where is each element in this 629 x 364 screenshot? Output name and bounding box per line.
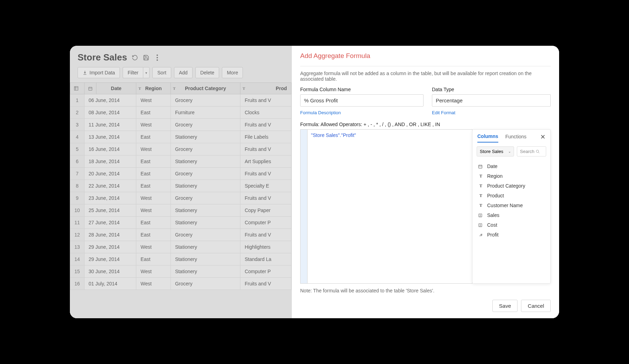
cell-product[interactable]: Fruits and V	[240, 192, 291, 204]
add-button[interactable]: Add	[174, 67, 193, 78]
column-item[interactable]: Date	[472, 161, 550, 171]
column-item[interactable]: TProduct Category	[472, 181, 550, 191]
cell-region[interactable]: East	[136, 131, 171, 143]
tab-functions[interactable]: Functions	[505, 134, 527, 142]
cell-category[interactable]: Stationery	[171, 155, 240, 168]
close-icon[interactable]: ✕	[540, 133, 545, 143]
cell-category[interactable]: Grocery	[171, 192, 240, 204]
cell-date[interactable]: 22 June, 2014	[84, 180, 136, 192]
cell-product[interactable]: Specialty E	[240, 180, 291, 192]
save-button[interactable]: Save	[492, 300, 518, 312]
cell-date[interactable]: 20 June, 2014	[84, 168, 136, 180]
table-corner[interactable]	[70, 83, 85, 94]
sort-button[interactable]: Sort	[152, 67, 171, 78]
table-row[interactable]: 516 June, 2014WestGroceryFruits and V	[70, 143, 291, 155]
table-row[interactable]: 106 June, 2014WestGroceryFruits and V	[70, 94, 291, 107]
cell-category[interactable]: Grocery	[171, 278, 240, 290]
table-row[interactable]: 618 June, 2014EastStationeryArt Supplies	[70, 155, 291, 168]
cell-category[interactable]: Stationery	[171, 253, 240, 265]
column-item[interactable]: .#Profit	[472, 230, 550, 240]
cell-category[interactable]: Stationery	[171, 204, 240, 217]
cell-date[interactable]: 30 June, 2014	[84, 265, 136, 278]
more-button[interactable]: More	[222, 67, 243, 78]
more-icon[interactable]	[154, 54, 161, 61]
cell-category[interactable]: Stationery	[171, 241, 240, 253]
cell-category[interactable]: Stationery	[171, 180, 240, 192]
cell-region[interactable]: West	[136, 204, 171, 217]
cancel-button[interactable]: Cancel	[521, 300, 551, 312]
cell-category[interactable]: Furniture	[171, 107, 240, 119]
col-header-product[interactable]: TProd	[240, 83, 291, 94]
formula-description-link[interactable]: Formula Description	[300, 110, 424, 115]
delete-button[interactable]: Delete	[195, 67, 219, 78]
table-row[interactable]: 1228 June, 2014EastGroceryFruits and V	[70, 229, 291, 241]
column-item[interactable]: TProduct	[472, 191, 550, 201]
cell-product[interactable]: Computer P	[240, 265, 291, 278]
cell-region[interactable]: East	[136, 155, 171, 168]
cell-region[interactable]: West	[136, 119, 171, 131]
table-row[interactable]: 1530 June, 2014WestStationeryComputer P	[70, 265, 291, 278]
table-row[interactable]: 208 June, 2014EastFurnitureClocks	[70, 107, 291, 119]
column-search-input[interactable]: Search	[517, 146, 546, 156]
cell-region[interactable]: West	[136, 265, 171, 278]
cell-date[interactable]: 13 June, 2014	[84, 131, 136, 143]
cell-region[interactable]: West	[136, 143, 171, 155]
cell-region[interactable]: East	[136, 168, 171, 180]
table-row[interactable]: 1429 June, 2014EastStationeryStandard La	[70, 253, 291, 265]
cell-category[interactable]: Grocery	[171, 143, 240, 155]
cell-product[interactable]: Highlighters	[240, 241, 291, 253]
cell-product[interactable]: Fruits and V	[240, 94, 291, 107]
table-row[interactable]: 1127 June, 2014EastStationeryComputer P	[70, 217, 291, 229]
cell-date[interactable]: 27 June, 2014	[84, 217, 136, 229]
formula-content[interactable]: "Store Sales"."Profit"	[308, 130, 472, 283]
cell-product[interactable]: Fruits and V	[240, 143, 291, 155]
cell-product[interactable]: Fruits and V	[240, 229, 291, 241]
column-item[interactable]: TRegion	[472, 171, 550, 181]
cell-region[interactable]: West	[136, 94, 171, 107]
table-row[interactable]: 1601 July, 2014WestGroceryFruits and V	[70, 278, 291, 290]
cell-region[interactable]: West	[136, 241, 171, 253]
cell-region[interactable]: East	[136, 253, 171, 265]
cell-product[interactable]: Copy Paper	[240, 204, 291, 217]
cell-product[interactable]: Fruits and V	[240, 119, 291, 131]
cell-date[interactable]: 11 June, 2014	[84, 119, 136, 131]
table-row[interactable]: 311 June, 2014WestGroceryFruits and V	[70, 119, 291, 131]
cell-product[interactable]: File Labels	[240, 131, 291, 143]
cell-region[interactable]: East	[136, 217, 171, 229]
column-item[interactable]: TCustomer Name	[472, 201, 550, 210]
table-select[interactable]: Store Sales ⌄	[477, 146, 514, 156]
table-row[interactable]: 413 June, 2014EastStationeryFile Labels	[70, 131, 291, 143]
cell-date[interactable]: 06 June, 2014	[84, 94, 136, 107]
cell-region[interactable]: East	[136, 229, 171, 241]
cell-product[interactable]: Art Supplies	[240, 155, 291, 168]
import-data-button[interactable]: Import Data	[78, 67, 120, 78]
cell-region[interactable]: East	[136, 107, 171, 119]
edit-format-link[interactable]: Edit Format	[432, 110, 551, 115]
data-type-select[interactable]	[432, 94, 551, 107]
cell-category[interactable]: Stationery	[171, 265, 240, 278]
cell-region[interactable]: East	[136, 180, 171, 192]
data-table[interactable]: Date TRegion TProduct Category TProd 106…	[70, 82, 291, 290]
cell-date[interactable]: 29 June, 2014	[84, 241, 136, 253]
column-item[interactable]: Cost	[472, 220, 550, 230]
refresh-icon[interactable]	[131, 54, 138, 61]
cell-date[interactable]: 01 July, 2014	[84, 278, 136, 290]
cell-region[interactable]: West	[136, 278, 171, 290]
col-header-region[interactable]: TRegion	[136, 83, 171, 94]
cell-product[interactable]: Computer P	[240, 217, 291, 229]
cell-date[interactable]: 18 June, 2014	[84, 155, 136, 168]
formula-name-input[interactable]	[300, 94, 424, 107]
cell-product[interactable]: Standard La	[240, 253, 291, 265]
cell-date[interactable]: 16 June, 2014	[84, 143, 136, 155]
filter-button[interactable]: Filter	[123, 67, 143, 78]
table-row[interactable]: 720 June, 2014EastGroceryFruits and V	[70, 168, 291, 180]
table-row[interactable]: 822 June, 2014EastStationerySpecialty E	[70, 180, 291, 192]
cell-category[interactable]: Grocery	[171, 229, 240, 241]
col-header-date[interactable]: Date	[96, 83, 136, 94]
cell-date[interactable]: 23 June, 2014	[84, 192, 136, 204]
cell-category[interactable]: Stationery	[171, 217, 240, 229]
cell-category[interactable]: Grocery	[171, 119, 240, 131]
table-row[interactable]: 1025 June, 2014WestStationeryCopy Paper	[70, 204, 291, 217]
cell-product[interactable]: Clocks	[240, 107, 291, 119]
cell-category[interactable]: Stationery	[171, 131, 240, 143]
